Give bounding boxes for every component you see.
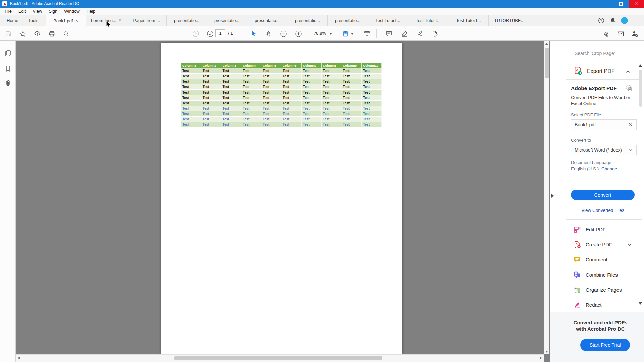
chevron-up-icon[interactable] (625, 69, 631, 74)
vertical-scroll-thumb[interactable] (545, 48, 549, 78)
request-signature-icon[interactable] (631, 29, 639, 38)
close-tab-icon[interactable]: × (119, 18, 121, 23)
page-thumbnails-icon[interactable] (4, 50, 12, 57)
tab-document-0[interactable]: Book1.pdf× (46, 15, 86, 26)
close-tab-icon[interactable]: × (75, 18, 78, 23)
user-avatar[interactable] (621, 17, 628, 24)
star-favorites-icon[interactable] (19, 29, 27, 38)
search-tools-input[interactable] (571, 47, 638, 59)
print-icon[interactable] (48, 29, 56, 38)
menu-help[interactable]: Help (83, 8, 99, 15)
tab-document-6[interactable]: presentatio... (287, 15, 327, 26)
comment-tool-icon[interactable] (385, 29, 393, 38)
tab-document-7[interactable]: presentatio... (327, 15, 368, 26)
toolbar-separator (376, 29, 377, 38)
tools-tab[interactable]: Tools (24, 15, 42, 26)
tool-organize-pages[interactable]: Organize Pages (566, 282, 642, 297)
select-tool-icon[interactable] (250, 29, 258, 38)
table-cell: Test (302, 68, 322, 73)
tab-document-3[interactable]: presentatio... (166, 15, 207, 26)
table-cell: Test (362, 79, 382, 84)
find-icon[interactable] (62, 29, 70, 38)
zoom-dropdown-caret-icon[interactable] (329, 33, 332, 35)
share-link-icon[interactable] (602, 29, 610, 38)
export-pdf-section-title[interactable]: Export PDF (587, 68, 615, 74)
selected-file-box[interactable]: Book1.pdf (571, 119, 637, 130)
tab-label: presentatio... (174, 18, 199, 23)
zoom-out-icon[interactable] (279, 29, 287, 38)
tool-comment[interactable]: Comment (566, 252, 642, 267)
collapse-right-pane-icon[interactable] (551, 194, 554, 198)
chevron-down-icon[interactable] (627, 242, 632, 247)
tab-document-8[interactable]: Test TutorT... (368, 15, 408, 26)
document-language-label: Document Language: (571, 160, 612, 165)
attachments-icon[interactable] (4, 79, 12, 87)
tab-document-9[interactable]: Test TutorT... (408, 15, 448, 26)
column-header: Column7 (302, 63, 322, 68)
tool-redact[interactable]: Redact (566, 297, 642, 312)
horizontal-scroll-thumb[interactable] (174, 356, 382, 360)
more-tools-icon[interactable] (431, 29, 439, 38)
view-converted-files-link[interactable]: View Converted Files (571, 208, 635, 213)
table-cell: Test (281, 74, 302, 79)
tool-label: Comment (586, 257, 607, 262)
table-row: TestTestTestTestTestTestTestTestTestTest (181, 111, 382, 116)
menu-view[interactable]: View (29, 8, 45, 15)
tool-edit-pdf[interactable]: Edit PDF (566, 222, 642, 237)
table-cell: Test (302, 84, 322, 89)
table-cell: Test (341, 106, 362, 111)
scroll-up-icon[interactable] (545, 43, 548, 45)
tab-document-4[interactable]: presentatio... (207, 15, 247, 26)
convert-button[interactable]: Convert (571, 190, 635, 200)
minimize-button[interactable] (598, 0, 613, 8)
maximize-button[interactable] (613, 0, 629, 8)
fit-dropdown-caret-icon[interactable] (351, 33, 354, 35)
scroll-right-icon[interactable] (540, 357, 542, 359)
clear-file-icon[interactable] (628, 122, 633, 127)
tool-combine-files[interactable]: ACombine Files (566, 267, 642, 282)
share-upload-icon[interactable] (33, 29, 41, 38)
tab-document-5[interactable]: presentatio... (247, 15, 287, 26)
start-free-trial-button[interactable]: Start Free Trial (580, 339, 630, 351)
format-dropdown[interactable]: Microsoft Word (*.docx) (571, 145, 637, 155)
tab-document-10[interactable]: Test TutorT... (448, 15, 488, 26)
panel-scroll-up-icon[interactable] (639, 64, 642, 67)
comment-icon (574, 256, 581, 263)
table-cell: Test (221, 106, 241, 111)
vertical-scrollbar[interactable] (544, 41, 549, 354)
table-cell: Test (261, 111, 281, 116)
scroll-down-icon[interactable] (545, 351, 548, 353)
next-page-icon[interactable] (206, 29, 214, 38)
zoom-in-icon[interactable] (294, 29, 302, 38)
save-icon[interactable] (4, 29, 12, 38)
menu-window[interactable]: Window (61, 8, 83, 15)
table-row: TestTestTestTestTestTestTestTestTestTest (181, 89, 382, 95)
scroll-left-icon[interactable] (18, 357, 20, 359)
panel-scroll-thumb[interactable] (639, 70, 642, 107)
table-row: TestTestTestTestTestTestTestTestTestTest (181, 79, 382, 84)
highlight-tool-icon[interactable] (400, 29, 409, 38)
menu-edit[interactable]: Edit (15, 8, 29, 15)
bookmarks-icon[interactable] (4, 65, 12, 72)
tool-create-pdf[interactable]: ACreate PDF (566, 237, 642, 252)
home-tab[interactable]: Home (3, 15, 22, 26)
scrolling-mode-icon[interactable] (363, 29, 371, 38)
tab-document-11[interactable]: TUTORTUBE... (488, 15, 529, 26)
table-cell: Test (362, 111, 382, 116)
fit-page-icon[interactable] (341, 29, 350, 38)
notifications-bell-icon[interactable] (609, 16, 617, 24)
page-number-input[interactable]: 1 (215, 29, 225, 37)
table-cell: Test (362, 106, 382, 111)
help-icon[interactable]: ? (597, 16, 605, 24)
menu-sign[interactable]: Sign (45, 8, 61, 15)
close-button[interactable] (629, 0, 644, 8)
panel-scroll-down-icon[interactable] (639, 302, 642, 305)
table-cell: Test (341, 117, 362, 122)
zoom-level-value[interactable]: 78.8% (305, 31, 326, 36)
email-icon[interactable] (616, 29, 625, 38)
hand-tool-icon[interactable] (265, 29, 273, 38)
change-language-link[interactable]: Change (601, 166, 617, 171)
tab-document-2[interactable]: Pages from ... (126, 15, 166, 26)
menu-file[interactable]: File (1, 8, 15, 15)
fill-sign-icon[interactable] (416, 29, 424, 38)
